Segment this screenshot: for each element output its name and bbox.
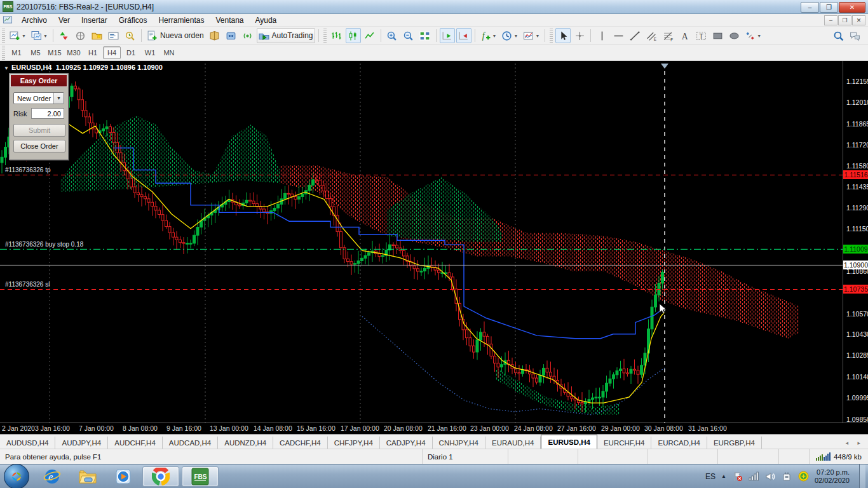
channel-button[interactable]: E [644, 28, 659, 43]
cursor-button[interactable] [555, 28, 571, 43]
explorer-folder-icon[interactable] [75, 467, 100, 486]
symbol-tab-cadchf[interactable]: CADCHF,H4 [273, 437, 328, 449]
navigator-button[interactable] [90, 28, 105, 43]
menu-insertar[interactable]: Insertar [76, 15, 113, 26]
terminal-button[interactable] [106, 28, 121, 43]
network-signal-icon[interactable] [749, 471, 759, 482]
timeframe-m30[interactable]: M30 [65, 46, 83, 59]
vline-top-marker-icon[interactable] [661, 64, 668, 69]
time-axis[interactable]: 2 Jan 20203 Jan 16:007 Jan 00:008 Jan 08… [0, 423, 868, 434]
candle-body [497, 363, 499, 367]
timeframe-m1[interactable]: M1 [8, 46, 25, 59]
menu-ventana[interactable]: Ventana [210, 15, 249, 26]
order-type-dropdown[interactable]: New Order ▼ [13, 92, 64, 104]
price-axis[interactable]: 1.121551.120101.118651.117201.115801.114… [843, 61, 868, 423]
line-chart-button[interactable] [362, 28, 377, 43]
templates-button[interactable]: ▼ [521, 28, 541, 43]
symbol-tab-eurchf[interactable]: EURCHF,H4 [597, 437, 652, 449]
ellipse-button[interactable] [726, 28, 742, 43]
symbol-tab-audjpy[interactable]: AUDJPY,H4 [55, 437, 108, 449]
symbol-tab-audnzd[interactable]: AUDNZD,H4 [218, 437, 273, 449]
symbol-tab-cadjpy[interactable]: CADJPY,H4 [380, 437, 433, 449]
text-button[interactable]: A [677, 28, 692, 43]
timeframe-m15[interactable]: M15 [46, 46, 64, 59]
new-order-button[interactable]: Nueva orden [145, 28, 206, 43]
symbol-tab-audcad[interactable]: AUDCAD,H4 [163, 437, 218, 449]
show-desktop-button[interactable] [859, 464, 865, 488]
autoscroll-button[interactable] [440, 28, 455, 43]
symbol-tab-eurcad[interactable]: EURCAD,H4 [651, 437, 707, 449]
mdi-close-button[interactable]: ✕ [852, 15, 865, 25]
mdi-restore-button[interactable]: ❐ [838, 15, 851, 25]
periods-button[interactable]: ▼ [499, 28, 520, 43]
timeframe-m5[interactable]: M5 [27, 46, 44, 59]
autotrading-button[interactable]: AutoTrading [257, 28, 315, 43]
close-button[interactable]: ✕ [839, 2, 865, 13]
horizontal-line-button[interactable] [611, 28, 626, 43]
menu-herramientas[interactable]: Herramientas [153, 15, 210, 26]
experts-button[interactable] [224, 28, 239, 43]
timeframe-w1[interactable]: W1 [141, 46, 159, 59]
community-button[interactable] [847, 29, 862, 44]
media-player-icon[interactable] [111, 467, 136, 486]
symbol-tab-cnhjpy[interactable]: CNHJPY,H4 [433, 437, 485, 449]
zoom-out-button[interactable] [401, 28, 416, 43]
tray-clock[interactable]: 07:20 p.m. 02/02/2020 [815, 468, 853, 485]
crosshair-button[interactable] [572, 28, 587, 43]
antivirus-icon[interactable] [798, 471, 809, 482]
symbol-tab-audusd[interactable]: AUDUSD,H4 [0, 437, 55, 449]
signals-button[interactable] [240, 28, 255, 43]
chart-shift-button[interactable] [456, 28, 471, 43]
tile-windows-button[interactable] [417, 28, 433, 43]
fibonacci-button[interactable]: F [660, 28, 675, 43]
close-order-button[interactable]: Close Order [13, 140, 65, 152]
zoom-in-button[interactable] [384, 28, 400, 43]
strategy-tester-button[interactable] [123, 28, 138, 43]
minimize-button[interactable]: – [801, 2, 819, 13]
fbs-icon[interactable]: FBS [182, 466, 219, 487]
profiles-button[interactable]: ▼ [29, 28, 50, 43]
menu-archivo[interactable]: Archivo [16, 15, 53, 26]
risk-input[interactable] [31, 108, 64, 119]
tab-scroll-arrows[interactable]: ◂ ▸ [845, 440, 864, 446]
symbol-tab-eurgbp[interactable]: EURGBP,H4 [707, 437, 762, 449]
menu-gráficos[interactable]: Gráficos [113, 15, 153, 26]
action-center-flag-icon[interactable] [732, 471, 743, 482]
internet-explorer-icon[interactable]: e [39, 467, 65, 486]
timeframe-d1[interactable]: D1 [122, 46, 140, 59]
symbol-tab-chfjpy[interactable]: CHFJPY,H4 [328, 437, 380, 449]
volume-icon[interactable] [765, 471, 776, 482]
data-window-button[interactable] [73, 28, 88, 43]
tray-expand-icon[interactable]: ▲ [721, 473, 726, 479]
symbol-tab-euraud[interactable]: EURAUD,H4 [485, 437, 541, 449]
vertical-line-button[interactable] [594, 28, 609, 43]
bar-chart-button[interactable] [329, 28, 344, 43]
symbol-tab-eurusd[interactable]: EURUSD,H4 [541, 435, 597, 449]
start-orb-icon[interactable] [4, 464, 29, 488]
indicators-button[interactable]: f▼ [478, 28, 499, 43]
timeframe-h1[interactable]: H1 [84, 46, 102, 59]
restore-button[interactable]: ❐ [820, 2, 838, 13]
market-watch-button[interactable] [57, 28, 72, 43]
submit-button[interactable]: Submit [13, 124, 65, 137]
metaeditor-button[interactable] [207, 28, 222, 43]
trendline-button[interactable] [627, 28, 642, 43]
chart-menu-arrow-icon[interactable]: ▼ [4, 65, 9, 71]
text-label-button[interactable]: T [693, 28, 709, 43]
power-plug-icon[interactable] [782, 471, 792, 482]
language-indicator[interactable]: ES [705, 472, 715, 481]
search-button[interactable] [831, 29, 846, 44]
new-chart-button[interactable]: ▼ [8, 28, 28, 43]
chrome-icon[interactable] [142, 466, 179, 487]
symbol-tab-audchf[interactable]: AUDCHF,H4 [108, 437, 163, 449]
timeframe-mn[interactable]: MN [160, 46, 178, 59]
menu-ver[interactable]: Ver [53, 15, 76, 26]
mdi-minimize-button[interactable]: – [824, 15, 837, 25]
timeframe-h4[interactable]: H4 [103, 46, 121, 59]
menu-ayuda[interactable]: Ayuda [249, 15, 282, 26]
arrows-button[interactable]: ▼ [743, 28, 763, 43]
candlestick-button[interactable] [346, 28, 361, 43]
price-chart[interactable] [0, 61, 843, 423]
rectangle-button[interactable] [710, 28, 725, 43]
status-empty-cell [718, 449, 779, 464]
